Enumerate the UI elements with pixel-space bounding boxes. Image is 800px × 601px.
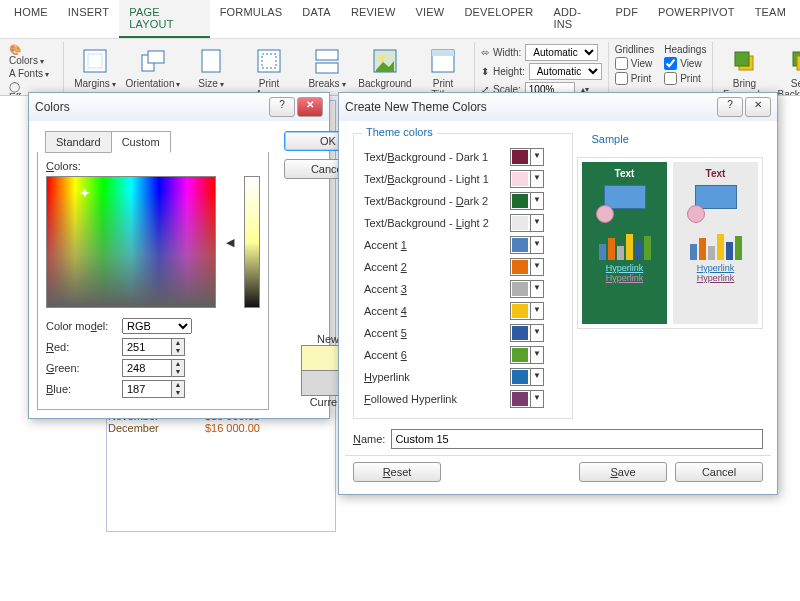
size-button[interactable]: Size▾ bbox=[186, 44, 236, 90]
preview-panel: Text Hyperlink Hyperlink Text Hyperlink … bbox=[577, 157, 763, 329]
red-spinner[interactable]: ▲▼ bbox=[172, 338, 185, 356]
tab-view[interactable]: VIEW bbox=[405, 0, 454, 38]
fonts-menu[interactable]: A Fonts▾ bbox=[9, 68, 57, 79]
tab-standard[interactable]: Standard bbox=[45, 131, 112, 153]
svg-rect-8 bbox=[316, 63, 338, 73]
new-label: New bbox=[317, 333, 339, 345]
tl1-picker[interactable]: ▼ bbox=[510, 170, 544, 188]
theme-colors-legend: Theme colors bbox=[362, 126, 437, 138]
headings-label: Headings bbox=[664, 44, 706, 55]
colors-menu[interactable]: 🎨 Colors▾ bbox=[9, 44, 57, 66]
tl2-picker[interactable]: ▼ bbox=[510, 214, 544, 232]
headings-view[interactable]: View bbox=[664, 57, 706, 70]
theme-name-input[interactable] bbox=[391, 429, 763, 449]
gridlines-print[interactable]: Print bbox=[615, 72, 654, 85]
background-button[interactable]: Background bbox=[360, 44, 410, 89]
model-label: Color model: bbox=[46, 320, 116, 332]
a5-picker[interactable]: ▼ bbox=[510, 324, 544, 342]
hl-picker[interactable]: ▼ bbox=[510, 368, 544, 386]
send-backward-icon bbox=[787, 46, 800, 76]
send-backward-button[interactable]: Send Backward▾ bbox=[777, 44, 800, 101]
luminance-pointer: ◀ bbox=[226, 236, 234, 249]
width-icon: ⬄ bbox=[481, 47, 489, 58]
svg-rect-3 bbox=[148, 51, 164, 63]
background-icon bbox=[370, 46, 400, 76]
close-button[interactable]: ✕ bbox=[297, 97, 323, 117]
a4-picker[interactable]: ▼ bbox=[510, 302, 544, 320]
size-icon bbox=[196, 46, 226, 76]
a3-picker[interactable]: ▼ bbox=[510, 280, 544, 298]
margins-icon bbox=[80, 46, 110, 76]
breaks-icon bbox=[312, 46, 342, 76]
margins-button[interactable]: Margins▾ bbox=[70, 44, 120, 90]
tab-custom[interactable]: Custom bbox=[111, 131, 171, 153]
close-button[interactable]: ✕ bbox=[745, 97, 771, 117]
preview-dark: Text Hyperlink Hyperlink bbox=[582, 162, 667, 324]
cell-month[interactable]: December bbox=[108, 422, 180, 434]
svg-rect-5 bbox=[258, 50, 280, 72]
theme-colors-dialog: Create New Theme Colors ? ✕ Theme colors… bbox=[338, 92, 778, 495]
green-input[interactable] bbox=[122, 359, 172, 377]
orientation-button[interactable]: Orientation▾ bbox=[128, 44, 178, 90]
tab-data[interactable]: DATA bbox=[292, 0, 341, 38]
red-input[interactable] bbox=[122, 338, 172, 356]
svg-rect-14 bbox=[735, 52, 749, 66]
luminance-bar[interactable] bbox=[244, 176, 260, 308]
bring-forward-icon bbox=[729, 46, 759, 76]
svg-rect-12 bbox=[432, 50, 454, 56]
height-select[interactable]: Automatic bbox=[529, 63, 602, 80]
tab-formulas[interactable]: FORMULAS bbox=[210, 0, 293, 38]
gridlines-label: Gridlines bbox=[615, 44, 654, 55]
fhl-picker[interactable]: ▼ bbox=[510, 390, 544, 408]
color-spectrum[interactable]: ✦ bbox=[46, 176, 216, 308]
gridlines-view[interactable]: View bbox=[615, 57, 654, 70]
svg-point-10 bbox=[379, 55, 385, 61]
a1-picker[interactable]: ▼ bbox=[510, 236, 544, 254]
tab-team[interactable]: Team bbox=[745, 0, 796, 38]
a2-picker[interactable]: ▼ bbox=[510, 258, 544, 276]
sample-legend: Sample bbox=[591, 133, 628, 145]
tab-addins[interactable]: ADD-INS bbox=[543, 0, 605, 38]
print-area-icon bbox=[254, 46, 284, 76]
green-spinner[interactable]: ▲▼ bbox=[172, 359, 185, 377]
headings-print[interactable]: Print bbox=[664, 72, 706, 85]
cell-value[interactable]: $16 000.00 bbox=[180, 422, 260, 434]
cancel-button[interactable]: Cancel bbox=[675, 462, 763, 482]
help-button[interactable]: ? bbox=[269, 97, 295, 117]
colors-dialog: Colors ? ✕ Standard Custom CColors:olors… bbox=[28, 92, 330, 419]
tab-pdf[interactable]: PDF bbox=[605, 0, 648, 38]
save-button[interactable]: Save bbox=[579, 462, 667, 482]
print-titles-icon bbox=[428, 46, 458, 76]
blue-spinner[interactable]: ▲▼ bbox=[172, 380, 185, 398]
a6-picker[interactable]: ▼ bbox=[510, 346, 544, 364]
tab-developer[interactable]: DEVELOPER bbox=[454, 0, 543, 38]
width-select[interactable]: Automatic bbox=[525, 44, 598, 61]
dialog-title: Colors bbox=[35, 100, 70, 114]
breaks-button[interactable]: Breaks▾ bbox=[302, 44, 352, 90]
td2-picker[interactable]: ▼ bbox=[510, 192, 544, 210]
preview-light: Text Hyperlink Hyperlink bbox=[673, 162, 758, 324]
svg-rect-4 bbox=[202, 50, 220, 72]
help-button[interactable]: ? bbox=[717, 97, 743, 117]
colors-label: CColors:olors: bbox=[46, 160, 260, 172]
reset-button[interactable]: Reset bbox=[353, 462, 441, 482]
color-model-select[interactable]: RGB bbox=[122, 318, 192, 334]
orientation-icon bbox=[138, 46, 168, 76]
blue-input[interactable] bbox=[122, 380, 172, 398]
tab-home[interactable]: HOME bbox=[4, 0, 58, 38]
height-icon: ⬍ bbox=[481, 66, 489, 77]
svg-rect-7 bbox=[316, 50, 338, 60]
tab-page-layout[interactable]: PAGE LAYOUT bbox=[119, 0, 209, 38]
dialog-title: Create New Theme Colors bbox=[345, 100, 487, 114]
tab-powerpivot[interactable]: POWERPIVOT bbox=[648, 0, 745, 38]
ribbon-tabs: HOME INSERT PAGE LAYOUT FORMULAS DATA RE… bbox=[0, 0, 800, 39]
tab-insert[interactable]: INSERT bbox=[58, 0, 119, 38]
svg-rect-0 bbox=[84, 50, 106, 72]
tab-review[interactable]: REVIEW bbox=[341, 0, 406, 38]
td1-picker[interactable]: ▼ bbox=[510, 148, 544, 166]
